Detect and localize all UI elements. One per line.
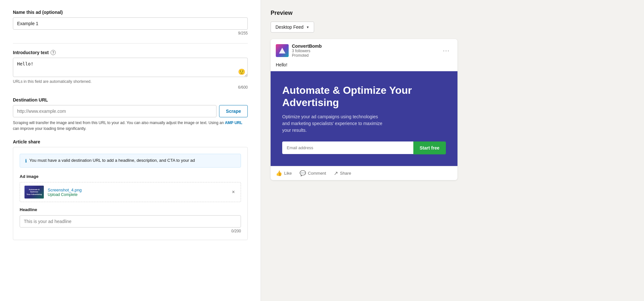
thumbnail-image: Automate & OptimizeYour Advertising <box>24 186 44 199</box>
brand-promoted: Promoted <box>292 53 322 58</box>
article-share-section: Article share ℹ You must have a valid de… <box>13 139 248 240</box>
scraping-info: Scraping will transfer the image and tex… <box>13 120 248 131</box>
info-circle-icon: ℹ <box>25 158 27 163</box>
ad-banner-headline: Automate & Optimize Your Advertising <box>282 84 446 109</box>
destination-url-section: Destination URL Scrape Scraping will tra… <box>13 97 248 131</box>
article-share-box: ℹ You must have a valid destination URL … <box>13 147 248 240</box>
headline-label: Headline <box>20 207 241 212</box>
ad-name-section: Name this ad (optional) 9/255 <box>13 10 248 35</box>
card-logo-area: ConvertBomb 3 followers Promoted <box>276 44 322 58</box>
ad-email-input[interactable] <box>282 141 413 154</box>
like-label: Like <box>284 171 292 176</box>
card-body-text: Hello! <box>271 60 457 71</box>
headline-section: Headline 0/200 <box>20 207 241 233</box>
preview-title: Preview <box>271 10 634 16</box>
emoji-icon[interactable]: 🙂 <box>238 68 245 75</box>
comment-icon: 💬 <box>300 170 306 176</box>
ad-name-label: Name this ad (optional) <box>13 10 248 15</box>
destination-url-label: Destination URL <box>13 97 248 102</box>
headline-input[interactable] <box>20 215 241 228</box>
card-more-button[interactable]: ··· <box>440 46 452 55</box>
divider-1 <box>13 43 248 44</box>
ad-name-input[interactable] <box>13 17 248 30</box>
thumbnail: Automate & OptimizeYour Advertising <box>24 186 44 199</box>
preview-format-label: Desktop Feed <box>275 24 303 30</box>
preview-card: ConvertBomb 3 followers Promoted ··· Hel… <box>271 39 457 180</box>
brand-name: ConvertBomb <box>292 44 322 49</box>
card-actions: 👍 Like 💬 Comment ↗ Share <box>271 166 457 180</box>
destination-url-input[interactable] <box>13 105 216 117</box>
intro-url-hint: URLs in this field are automatically sho… <box>13 79 248 84</box>
ad-image-section: Ad image Automate & OptimizeYour Adverti… <box>20 174 241 202</box>
intro-text-section: Introductory text ? Hello! 🙂 URLs in thi… <box>13 50 248 90</box>
comment-label: Comment <box>308 171 326 176</box>
file-info: Screenshot_4.png Upload Complete <box>48 188 227 197</box>
amp-url-link[interactable]: AMP URL <box>225 121 242 125</box>
share-icon: ↗ <box>334 170 338 176</box>
upload-status: Upload Complete <box>48 192 227 197</box>
intro-text-label: Introductory text ? <box>13 50 248 55</box>
scrape-button[interactable]: Scrape <box>219 105 248 117</box>
ad-name-char-count: 9/255 <box>13 31 248 35</box>
intro-char-count: 6/600 <box>13 85 248 90</box>
info-notice: ℹ You must have a valid destination URL … <box>20 154 241 168</box>
destination-row: Scrape <box>13 105 248 117</box>
brand-info: ConvertBomb 3 followers Promoted <box>292 44 322 58</box>
right-panel: Preview Desktop Feed ▼ ConvertBomb 3 fol… <box>261 0 644 301</box>
chevron-down-icon: ▼ <box>306 25 309 29</box>
intro-text-textarea[interactable]: Hello! <box>13 58 248 77</box>
brand-logo-triangle <box>279 48 285 53</box>
share-button[interactable]: ↗ Share <box>334 170 351 176</box>
file-name: Screenshot_4.png <box>48 188 227 192</box>
brand-logo <box>276 44 289 57</box>
left-panel: Name this ad (optional) 9/255 Introducto… <box>0 0 261 301</box>
remove-file-button[interactable]: × <box>231 188 236 196</box>
ad-start-free-button[interactable]: Start free <box>413 141 446 154</box>
like-icon: 👍 <box>276 170 282 176</box>
ad-banner: Automate & Optimize Your Advertising Opt… <box>271 71 457 166</box>
ad-cta-row: Start free <box>282 141 446 154</box>
article-share-label: Article share <box>13 139 248 144</box>
headline-char-count: 0/200 <box>20 229 241 233</box>
intro-text-wrapper: Hello! 🙂 <box>13 58 248 78</box>
comment-button[interactable]: 💬 Comment <box>300 170 326 176</box>
uploaded-file-row: Automate & OptimizeYour Advertising Scre… <box>20 182 241 202</box>
preview-format-button[interactable]: Desktop Feed ▼ <box>271 22 314 33</box>
brand-followers: 3 followers <box>292 49 322 53</box>
share-label: Share <box>340 171 351 176</box>
like-button[interactable]: 👍 Like <box>276 170 292 176</box>
ad-image-label: Ad image <box>20 174 241 179</box>
intro-text-help-icon[interactable]: ? <box>51 50 56 55</box>
card-header: ConvertBomb 3 followers Promoted ··· <box>271 39 457 60</box>
ad-banner-subtext: Optimize your ad campaigns using technol… <box>282 113 385 134</box>
